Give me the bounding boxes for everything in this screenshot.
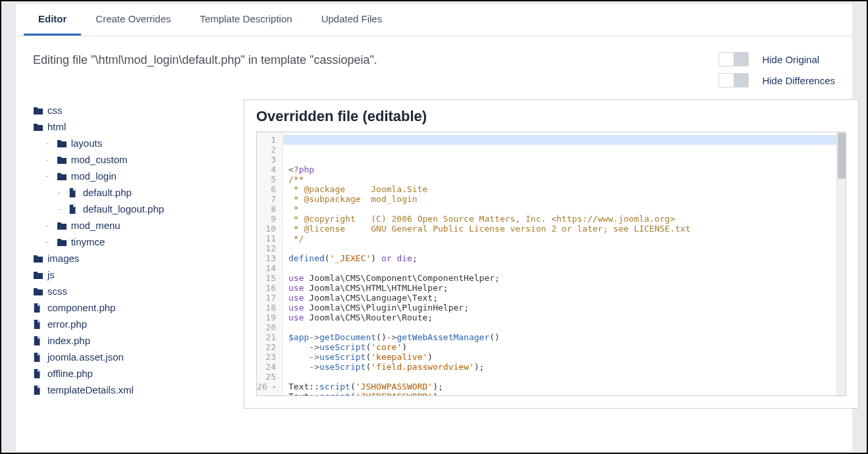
tree-item-label: templateDetails.xml bbox=[47, 384, 134, 395]
gutter-line-18: 18 bbox=[257, 303, 279, 313]
code-line-22[interactable] bbox=[288, 372, 840, 382]
code-line-7[interactable]: * @license GNU General Public License ve… bbox=[288, 224, 840, 234]
gutter-line-19: 19 bbox=[257, 313, 279, 322]
folder-icon bbox=[33, 270, 43, 280]
file-templatedetails-xml[interactable]: templateDetails.xml bbox=[33, 382, 231, 398]
folder-icon bbox=[57, 221, 67, 230]
gutter-line-6: 6 bbox=[257, 184, 279, 194]
toggle-hide-original[interactable] bbox=[719, 52, 749, 66]
tree-item-label: mod_menu bbox=[71, 220, 121, 231]
folder-css[interactable]: css bbox=[33, 102, 231, 118]
file-error-php[interactable]: error.php bbox=[33, 316, 231, 332]
gutter-line-14: 14 bbox=[257, 263, 279, 273]
folder-html[interactable]: html bbox=[33, 118, 231, 135]
folder-layouts[interactable]: - layouts bbox=[33, 135, 231, 151]
tree-item-label: default_logout.php bbox=[83, 203, 164, 214]
toggle-label: Hide Original bbox=[762, 54, 819, 65]
file-component-php[interactable]: component.php bbox=[33, 299, 231, 316]
gutter-line-9: 9 bbox=[257, 214, 279, 224]
gutter-line-13: 13 bbox=[257, 253, 279, 263]
tree-item-label: mod_custom bbox=[71, 154, 128, 165]
code-line-15[interactable]: use Joomla\CMS\Plugin\PluginHelper; bbox=[288, 303, 840, 313]
code-line-9[interactable] bbox=[288, 243, 840, 253]
file-icon bbox=[33, 336, 43, 345]
tab-template-description[interactable]: Template Description bbox=[186, 4, 307, 36]
code-line-20[interactable]: ->useScript('keepalive') bbox=[288, 352, 840, 362]
gutter-line-2: 2 bbox=[257, 145, 279, 155]
folder-mod-menu[interactable]: - mod_menu bbox=[33, 217, 231, 234]
tree-item-label: images bbox=[47, 253, 79, 264]
code-line-17[interactable] bbox=[288, 322, 840, 332]
file-icon bbox=[33, 386, 43, 395]
gutter-line-21: 21 bbox=[257, 332, 279, 342]
code-lines[interactable]: <?php/** * @package Joomla.Site * @subpa… bbox=[283, 132, 846, 395]
folder-mod-login[interactable]: - mod_login bbox=[33, 168, 231, 184]
tab-updated-files[interactable]: Updated Files bbox=[307, 4, 397, 36]
file-icon bbox=[33, 303, 43, 313]
tree-item-label: layouts bbox=[71, 138, 103, 149]
code-line-21[interactable]: ->useScript('field.passwordview'); bbox=[288, 362, 840, 372]
gutter-line-8: 8 bbox=[257, 204, 279, 214]
folder-js[interactable]: js bbox=[33, 266, 231, 283]
folder-icon bbox=[33, 254, 43, 263]
folder-icon bbox=[57, 155, 67, 164]
folder-icon bbox=[33, 122, 43, 132]
code-line-19[interactable]: ->useScript('core') bbox=[288, 342, 840, 352]
active-line-highlight bbox=[283, 135, 846, 145]
toggle-label: Hide Differences bbox=[762, 75, 835, 86]
editing-file-title: Editing file "\html\mod_login\default.ph… bbox=[33, 52, 377, 88]
code-line-8[interactable]: */ bbox=[288, 234, 840, 243]
code-line-10[interactable]: defined('_JEXEC') or die; bbox=[288, 253, 840, 263]
code-line-16[interactable]: use Joomla\CMS\Router\Route; bbox=[288, 313, 840, 322]
toggle-row-hide-differences: Hide Differences bbox=[719, 73, 835, 88]
tree-item-label: css bbox=[47, 105, 63, 116]
gutter-line-10: 10 bbox=[257, 224, 279, 234]
file-default-logout-php[interactable]: - default_logout.php bbox=[33, 201, 231, 217]
tree-item-label: scss bbox=[47, 286, 67, 297]
toggle-row-hide-original: Hide Original bbox=[719, 52, 835, 66]
code-line-11[interactable] bbox=[288, 263, 840, 273]
code-line-4[interactable]: * @subpackage mod_login bbox=[288, 194, 840, 204]
code-line-12[interactable]: use Joomla\CMS\Component\ComponentHelper… bbox=[288, 273, 840, 283]
folder-scss[interactable]: scss bbox=[33, 283, 231, 299]
file-offline-php[interactable]: offline.php bbox=[33, 365, 231, 382]
code-line-18[interactable]: $app->getDocument()->getWebAssetManager(… bbox=[288, 332, 840, 342]
code-line-14[interactable]: use Joomla\CMS\Language\Text; bbox=[288, 293, 840, 303]
code-line-3[interactable]: * @package Joomla.Site bbox=[288, 184, 840, 194]
tree-item-label: js bbox=[47, 269, 55, 280]
tab-create-overrides[interactable]: Create Overrides bbox=[81, 4, 185, 36]
file-joomla-asset-json[interactable]: joomla.asset.json bbox=[33, 349, 231, 365]
code-line-5[interactable]: * bbox=[288, 204, 840, 214]
folder-icon bbox=[57, 172, 67, 181]
folder-icon bbox=[57, 139, 67, 148]
file-index-php[interactable]: index.php bbox=[33, 332, 231, 349]
gutter-line-4: 4 bbox=[257, 164, 279, 174]
gutter-line-12: 12 bbox=[257, 243, 279, 253]
gutter-line-22: 22 bbox=[257, 342, 279, 352]
tree-item-label: joomla.asset.json bbox=[47, 351, 124, 363]
folder-mod-custom[interactable]: - mod_custom bbox=[33, 151, 231, 168]
code-line-23[interactable]: Text::script('JSHOWPASSWORD'); bbox=[288, 382, 840, 391]
code-line-1[interactable]: <?php bbox=[288, 164, 840, 174]
folder-tinymce[interactable]: - tinymce bbox=[33, 234, 231, 250]
file-tree: csshtml- layouts- mod_custom- mod_login-… bbox=[33, 99, 231, 409]
code-line-13[interactable]: use Joomla\CMS\HTML\HTMLHelper; bbox=[288, 283, 840, 293]
gutter-line-26: 26 ▾ bbox=[257, 382, 279, 393]
gutter-line-3: 3 bbox=[257, 155, 279, 164]
gutter-line-15: 15 bbox=[257, 273, 279, 283]
code-editor[interactable]: 1234567891011121314151617181920212223242… bbox=[256, 132, 846, 396]
gutter-line-24: 24 bbox=[257, 362, 279, 372]
toggle-hide-differences[interactable] bbox=[719, 73, 749, 88]
gutter-line-20: 20 bbox=[257, 322, 279, 332]
tree-item-label: tinymce bbox=[71, 236, 105, 247]
folder-images[interactable]: images bbox=[33, 250, 231, 266]
file-default-php[interactable]: - default.php bbox=[33, 184, 231, 201]
code-line-24[interactable]: Text::script('JHIDEPASSWORD'); bbox=[288, 391, 840, 396]
folder-icon bbox=[33, 287, 43, 296]
file-icon bbox=[33, 320, 43, 329]
tree-item-label: default.php bbox=[83, 187, 132, 198]
toggle-group: Hide OriginalHide Differences bbox=[719, 52, 835, 88]
tab-editor[interactable]: Editor bbox=[24, 4, 81, 36]
code-line-6[interactable]: * @copyright (C) 2006 Open Source Matter… bbox=[288, 214, 840, 224]
code-line-2[interactable]: /** bbox=[288, 174, 840, 184]
